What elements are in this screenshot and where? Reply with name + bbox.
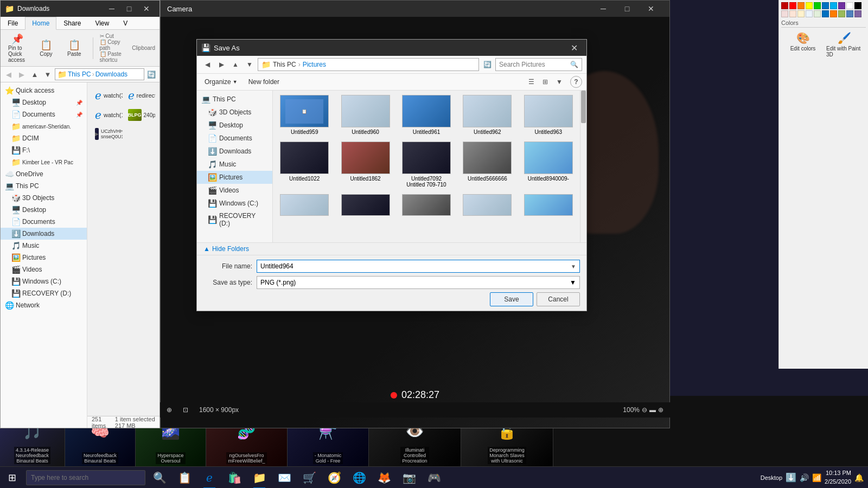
dialog-file-963[interactable]: Untitled963 [519, 93, 578, 137]
taskbar-tor-tb[interactable]: 🌐 [347, 467, 371, 489]
dialog-file-r3-5[interactable] [519, 192, 578, 220]
recent-btn[interactable]: ▼ [42, 68, 54, 80]
color-swatch-3[interactable] [806, 2, 813, 9]
file-explorer-minimize-btn[interactable]: ─ [103, 1, 120, 17]
desktop-label[interactable]: Desktop [761, 474, 782, 481]
path-this-pc[interactable]: This PC [68, 70, 91, 78]
forward-btn[interactable]: ▶ [16, 68, 28, 80]
sidebar-item-dcim[interactable]: 📁 DCIM [1, 132, 87, 144]
taskbar-game[interactable]: 🎮 [422, 467, 446, 489]
color-swatch-6[interactable] [830, 2, 837, 9]
sidebar-item-fslash[interactable]: 💾 F:\ [1, 144, 87, 156]
file-item-watch35[interactable]: ℯ watch(35... [92, 87, 123, 104]
taskbar-amazon[interactable]: 🛒 [297, 467, 321, 489]
copy-btn[interactable]: 📋 Copy [34, 38, 58, 58]
dialog-scrollbar[interactable] [580, 91, 586, 242]
ds-item-downloads[interactable]: ⬇️ Downloads [197, 145, 272, 158]
dialog-back-btn[interactable]: ◀ [201, 59, 213, 70]
new-folder-btn[interactable]: New folder [245, 76, 283, 87]
color-swatch-5[interactable] [822, 2, 829, 9]
dialog-file-1022[interactable]: Untitled1022 [275, 139, 334, 190]
dialog-address[interactable]: 📁 This PC › Pictures [258, 58, 479, 71]
filename-input[interactable]: Untitled964 ▼ [257, 260, 580, 273]
edit-colors-btn[interactable]: 🎨 Edit colors [783, 30, 822, 59]
color-swatch-12[interactable] [797, 10, 805, 17]
refresh-btn[interactable]: 🔄 [145, 68, 157, 80]
pin-to-quick-access-btn[interactable]: 📌 Pin to Quickaccess [5, 32, 30, 64]
ribbon-tab-file[interactable]: File [1, 17, 25, 30]
color-swatch-2[interactable] [797, 2, 805, 9]
color-swatch-1[interactable] [789, 2, 796, 9]
color-swatch-15[interactable] [822, 10, 829, 17]
sidebar-item-quick-access[interactable]: ⭐ Quick access [1, 85, 87, 97]
dialog-search[interactable]: 🔍 [495, 58, 582, 71]
savetype-select[interactable]: PNG (*.png) ▼ [257, 276, 580, 289]
view-list-btn[interactable]: ☰ [525, 76, 538, 88]
ds-item-desktop[interactable]: 🖥️ Desktop [197, 119, 272, 132]
dialog-search-input[interactable] [499, 61, 570, 68]
zoom-minus-btn[interactable]: ⊖ [642, 406, 647, 414]
color-swatch-9[interactable] [854, 2, 861, 9]
ds-item-videos[interactable]: 🎬 Videos [197, 184, 272, 197]
dialog-path-pictures[interactable]: Pictures [303, 61, 326, 68]
taskbar-task-view[interactable]: 📋 [173, 467, 196, 489]
up-btn[interactable]: ▲ [29, 68, 41, 80]
dialog-file-962[interactable]: Untitled962 [458, 93, 516, 137]
sidebar-item-downloads[interactable]: ⬇️ Downloads [1, 228, 87, 240]
color-swatch-8[interactable] [846, 2, 853, 9]
camera-minimize-btn[interactable]: ─ [591, 1, 615, 17]
edit-paint3d-btn[interactable]: 🖌️ Edit with Paint 3D [825, 30, 864, 59]
color-swatch-11[interactable] [789, 10, 796, 17]
organize-btn[interactable]: Organize ▼ [201, 76, 241, 87]
color-swatch-0[interactable] [781, 2, 788, 9]
file-item-ucz[interactable]: ▶ UCzhVHH6f...snseQ0U15A [92, 126, 123, 142]
hide-folders-toggle[interactable]: ▲ Hide Folders [197, 242, 586, 255]
dialog-help-btn[interactable]: ? [570, 76, 582, 88]
taskbar-firefox[interactable]: 🦊 [372, 467, 396, 489]
file-item-watch13[interactable]: ℯ watch(13... [92, 106, 123, 124]
file-explorer-close-btn[interactable]: ✕ [138, 1, 155, 17]
dialog-path-this-pc[interactable]: This PC [273, 61, 296, 68]
taskbar-file-explorer[interactable]: 📁 [247, 467, 271, 489]
taskbar-mail[interactable]: ✉️ [272, 467, 296, 489]
dialog-file-r3-2[interactable] [336, 192, 394, 220]
ds-item-pictures[interactable]: 🖼️ Pictures [197, 171, 272, 184]
dialog-file-5666[interactable]: Untitled5666666 [458, 139, 516, 190]
color-swatch-4[interactable] [814, 2, 821, 9]
color-swatch-10[interactable] [781, 10, 788, 17]
sidebar-item-network[interactable]: 🌐 Network [1, 299, 87, 311]
camera-maximize-btn[interactable]: □ [615, 1, 639, 17]
sidebar-item-documents2[interactable]: 📄 Documents [1, 216, 87, 228]
ribbon-tab-share[interactable]: Share [56, 17, 88, 30]
color-swatch-19[interactable] [854, 10, 861, 17]
taskbar-cortana[interactable]: 🔍 [148, 467, 171, 489]
color-swatch-18[interactable] [846, 10, 853, 17]
sidebar-item-desktop[interactable]: 🖥️ Desktop 📌 [1, 97, 87, 108]
start-btn[interactable]: ⊞ [0, 467, 24, 489]
zoom-slider[interactable]: ▬ [649, 406, 656, 414]
sidebar-item-desktop2[interactable]: 🖥️ Desktop [1, 204, 87, 216]
camera-close-btn[interactable]: ✕ [639, 1, 663, 17]
view-grid-btn[interactable]: ⊞ [539, 76, 552, 88]
dialog-recent-btn[interactable]: ▼ [244, 59, 256, 70]
taskbar-search-input[interactable] [31, 474, 141, 481]
taskbar-store[interactable]: 🛍️ [222, 467, 246, 489]
taskbar-camera[interactable]: 📷 [397, 467, 421, 489]
sidebar-item-this-pc[interactable]: 💻 This PC [1, 180, 87, 192]
sidebar-item-onedrive[interactable]: ☁️ OneDrive [1, 168, 87, 180]
sidebar-item-kimber[interactable]: 📁 Kimber Lee - VR Pac [1, 156, 87, 168]
ds-item-docs[interactable]: 📄 Documents [197, 132, 272, 145]
color-swatch-17[interactable] [838, 10, 845, 17]
path-downloads[interactable]: Downloads [95, 70, 127, 78]
ribbon-tab-v[interactable]: V [116, 17, 135, 30]
sidebar-item-documents[interactable]: 📄 Documents 📌 [1, 108, 87, 120]
ds-item-this-pc[interactable]: 💻 This PC [197, 93, 272, 106]
save-btn[interactable]: Save [490, 292, 533, 306]
sidebar-item-recovery-d[interactable]: 💾 RECOVERY (D:) [1, 287, 87, 299]
ribbon-tab-home[interactable]: Home [25, 17, 56, 30]
paste-btn[interactable]: 📋 Paste [62, 38, 86, 58]
taskbar-edge[interactable]: ℯ [197, 467, 221, 489]
ds-item-windows-c[interactable]: 💾 Windows (C:) [197, 197, 272, 210]
color-swatch-16[interactable] [830, 10, 837, 17]
color-swatch-14[interactable] [814, 10, 821, 17]
